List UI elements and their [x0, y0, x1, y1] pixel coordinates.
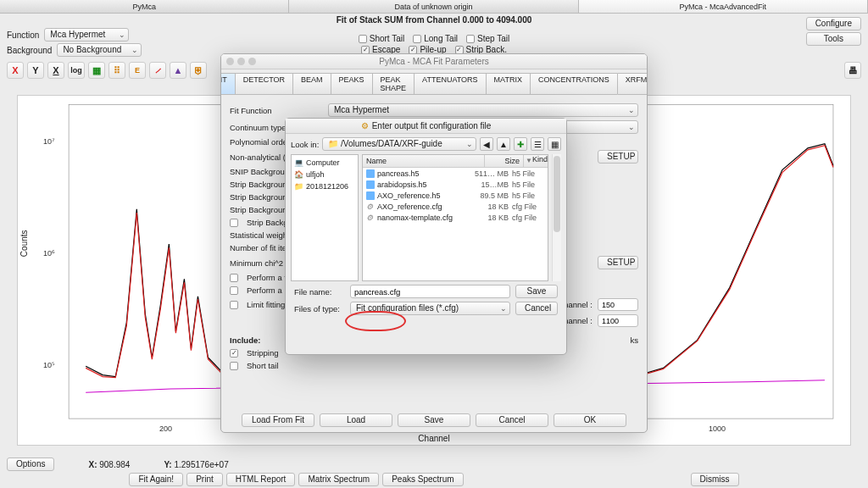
computer-icon: 💻: [294, 158, 303, 167]
file-list-header: Name Size ▼ Kind: [363, 155, 548, 168]
ok-button[interactable]: OK: [554, 413, 626, 427]
sort-indicator-icon: ▼: [524, 155, 532, 167]
peak-icon[interactable]: ▲: [170, 62, 186, 79]
file-list[interactable]: Name Size ▼ Kind pancreas.h5511… MBh5 Fi…: [362, 154, 548, 281]
col-name[interactable]: Name: [363, 155, 485, 167]
save-button[interactable]: Save: [398, 413, 470, 427]
y-axis-icon[interactable]: Y: [27, 62, 44, 79]
dialog-save-button[interactable]: Save: [515, 285, 558, 298]
load-button[interactable]: Load: [320, 413, 392, 427]
file-row[interactable]: AXO_reference.h589.5 MBh5 File: [363, 190, 548, 201]
energy-icon[interactable]: E: [129, 62, 146, 79]
list-view-icon[interactable]: ☰: [531, 137, 544, 151]
x-axis-label: Channel: [418, 434, 449, 443]
up-icon[interactable]: ▲: [497, 137, 510, 151]
xtick-1000: 1000: [709, 424, 726, 433]
tab-peaks[interactable]: PEAKS: [331, 73, 372, 95]
last-channel-label: hannel :: [564, 316, 593, 325]
dismiss-button[interactable]: Dismiss: [691, 473, 739, 486]
flag-short-tail[interactable]: Short Tail: [359, 34, 405, 43]
fit-function-combo[interactable]: Mca Hypermet: [328, 103, 638, 117]
print-button[interactable]: Print: [186, 473, 223, 486]
background-combo[interactable]: No Background: [57, 43, 142, 57]
tab-advanced-fit[interactable]: PyMca - McaAdvancedFit: [579, 0, 868, 13]
save-dialog-title: Enter output fit configuration file: [286, 119, 566, 134]
file-row[interactable]: pancreas.h5511… MBh5 File: [363, 168, 548, 179]
background-label: Background: [7, 46, 52, 55]
window-traffic-lights[interactable]: [226, 58, 256, 65]
perflin-checkbox[interactable]: [230, 286, 238, 295]
first-channel-input[interactable]: [598, 298, 638, 311]
ytick-1e7: 10⁷: [43, 137, 55, 146]
detail-view-icon[interactable]: ▦: [548, 137, 561, 151]
cursor-y: Y: 1.295176e+07: [164, 460, 228, 469]
flag-long-tail[interactable]: Long Tail: [413, 34, 458, 43]
sidebar-computer[interactable]: 💻Computer: [293, 157, 356, 169]
sidebar-recent-folder[interactable]: 📁2018121206: [293, 180, 356, 192]
filetype-combo[interactable]: Fit configuration files (*.cfg): [350, 302, 510, 315]
log-icon[interactable]: log: [68, 62, 85, 79]
lookin-label: Look in:: [291, 140, 319, 149]
back-icon[interactable]: ◀: [480, 137, 493, 151]
app-tab-bar: PyMca Data of unknown origin PyMca - Mca…: [0, 0, 868, 14]
tab-data-unknown[interactable]: Data of unknown origin: [289, 0, 578, 13]
sidebar-shortcuts: 💻Computer 🏠ulfjoh 📁2018121206: [291, 154, 359, 281]
peaks-cut-label: ks: [631, 336, 639, 345]
x-axis-icon[interactable]: X: [47, 62, 64, 79]
include-shorttail-label: Short tail: [247, 361, 279, 370]
sidebar-home[interactable]: 🏠ulfjoh: [293, 169, 356, 180]
filetype-label: Files of type:: [294, 304, 345, 313]
file-row[interactable]: AXO_reference.cfg18 KBcfg File: [363, 201, 548, 212]
matrix-spectrum-button[interactable]: Matrix Spectrum: [298, 473, 379, 486]
last-channel-input[interactable]: [598, 314, 638, 327]
limit-checkbox[interactable]: [230, 301, 238, 309]
filename-input[interactable]: [350, 285, 510, 298]
include-stripping-checkbox[interactable]: ✓: [230, 349, 238, 358]
setup-button-1[interactable]: SETUP: [598, 150, 638, 164]
grid-icon[interactable]: ▦: [88, 62, 105, 79]
tab-detector[interactable]: DETECTOR: [235, 73, 292, 95]
new-folder-icon[interactable]: ✚: [514, 137, 527, 151]
tab-beam[interactable]: BEAM: [292, 73, 331, 95]
lookin-combo[interactable]: 📁 /Volumes/DATA/XRF-guide: [322, 137, 476, 151]
points-icon[interactable]: ⠿: [108, 62, 125, 79]
stripbg-checkbox[interactable]: [230, 219, 238, 227]
shield-icon[interactable]: ⛨: [190, 62, 207, 79]
tab-fit[interactable]: FIT: [220, 73, 235, 95]
col-size[interactable]: Size: [485, 155, 524, 167]
configure-button[interactable]: Configure: [806, 17, 861, 30]
folder-icon: 📁: [294, 182, 303, 191]
tab-matrix[interactable]: MATRIX: [486, 73, 530, 95]
h5-file-icon: [366, 180, 375, 189]
file-row[interactable]: arabidopsis.h515…MBh5 File: [363, 179, 548, 190]
ytick-1e5: 10⁵: [43, 361, 55, 369]
dialog-cancel-button[interactable]: Cancel: [515, 302, 558, 315]
include-shorttail-checkbox[interactable]: [230, 362, 238, 370]
function-label: Function: [7, 30, 39, 40]
peaks-spectrum-button[interactable]: Peaks Spectrum: [382, 473, 463, 486]
file-row[interactable]: nanomax-template.cfg18 KBcfg File: [363, 212, 548, 223]
cfg-file-icon: [366, 202, 375, 211]
html-report-button[interactable]: HTML Report: [226, 473, 296, 486]
flag-step-tail[interactable]: Step Tail: [466, 34, 509, 43]
options-button[interactable]: Options: [7, 458, 54, 471]
fit-icon[interactable]: ⟋: [149, 62, 166, 79]
setup-button-2[interactable]: SETUP: [598, 256, 638, 269]
tab-pymca[interactable]: PyMca: [0, 0, 289, 13]
ytick-1e6: 10⁶: [43, 249, 55, 258]
fit-params-tabs: FIT DETECTOR BEAM PEAKS PEAK SHAPE ATTEN…: [221, 69, 647, 98]
perffit-checkbox[interactable]: [230, 274, 238, 282]
cancel-button[interactable]: Cancel: [476, 413, 548, 427]
col-kind[interactable]: Kind: [532, 155, 548, 167]
file-list-scrollbar[interactable]: [552, 154, 561, 281]
tab-concentrations[interactable]: CONCENTRATIONS: [530, 73, 617, 95]
function-combo[interactable]: Mca Hypermet: [44, 28, 129, 42]
print-icon[interactable]: 🖶: [844, 62, 861, 79]
tab-attenuators[interactable]: ATTENUATORS: [414, 73, 486, 95]
delete-x-icon[interactable]: X: [7, 62, 24, 79]
fit-again-button[interactable]: Fit Again!: [129, 473, 183, 486]
tab-xrfmc[interactable]: XRFMC: [617, 73, 648, 95]
tab-peak-shape[interactable]: PEAK SHAPE: [372, 73, 415, 95]
tools-button[interactable]: Tools: [806, 32, 861, 46]
load-from-fit-button[interactable]: Load From Fit: [242, 413, 314, 427]
